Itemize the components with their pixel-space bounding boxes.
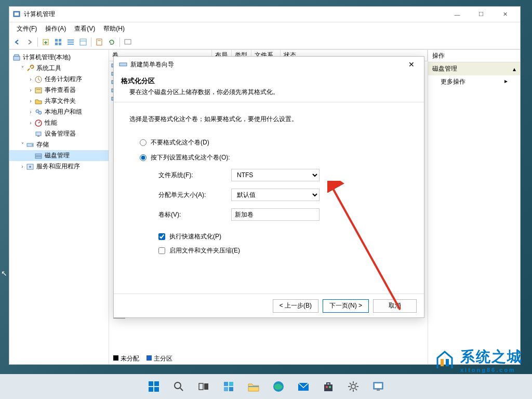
chevron-up-icon: ▴: [513, 65, 516, 73]
next-button[interactable]: 下一页(N) >: [323, 299, 369, 313]
wizard-heading: 格式化分区: [121, 76, 417, 86]
radio-format[interactable]: 按下列设置格式化这个卷(O):: [129, 150, 408, 165]
tree-storage[interactable]: ˅ 存储: [9, 139, 109, 150]
svg-rect-12: [97, 39, 102, 45]
cancel-button[interactable]: 取消: [373, 299, 417, 313]
mail-button[interactable]: [293, 376, 314, 397]
svg-rect-52: [224, 387, 228, 391]
svg-line-47: [180, 388, 183, 391]
tree-root[interactable]: 计算机管理(本地): [9, 52, 109, 63]
disk-icon: [119, 60, 127, 69]
edge-button[interactable]: [268, 376, 289, 397]
properties-button[interactable]: [94, 36, 105, 48]
tree-local-users[interactable]: › 本地用户和组: [9, 107, 109, 117]
volume-label-input[interactable]: [231, 208, 320, 221]
svg-rect-41: [446, 359, 449, 366]
wizard-intro: 选择是否要格式化这个卷；如果要格式化，要使用什么设置。: [129, 115, 408, 124]
view-detail-button[interactable]: [77, 36, 89, 48]
field-volume-label: 卷标(V):: [129, 205, 408, 224]
svg-line-68: [355, 383, 357, 384]
check-quick-format[interactable]: 执行快速格式化(P): [129, 230, 408, 244]
svg-rect-6: [59, 43, 61, 45]
tree-shared-folders[interactable]: › 共享文件夹: [9, 96, 109, 107]
svg-point-26: [32, 144, 33, 145]
svg-rect-57: [324, 384, 332, 391]
tree-performance[interactable]: › 性能: [9, 117, 109, 128]
tree-event-viewer[interactable]: › 事件查看器: [9, 85, 109, 96]
desktop-cursor: ↖: [1, 269, 7, 277]
menu-help[interactable]: 帮助(H): [99, 23, 129, 35]
compress-checkbox[interactable]: [158, 247, 165, 254]
allocation-unit-select[interactable]: 默认值: [231, 189, 320, 201]
svg-rect-50: [224, 382, 228, 386]
svg-rect-24: [37, 136, 39, 137]
wizard-titlebar: 新建简单卷向导 ✕: [114, 57, 424, 72]
field-allocation-unit: 分配单元大小(A): 默认值: [129, 185, 408, 205]
tree-services[interactable]: › 服务和应用程序: [9, 161, 109, 172]
svg-rect-7: [68, 39, 74, 41]
actions-panel: 操作 磁盘管理 ▴ 更多操作 ▸: [428, 50, 520, 364]
forward-button[interactable]: [24, 36, 35, 48]
svg-rect-3: [55, 39, 58, 42]
up-button[interactable]: [40, 36, 51, 48]
search-button[interactable]: [168, 376, 189, 397]
settings-button[interactable]: [343, 376, 364, 397]
close-button[interactable]: ✕: [493, 7, 517, 22]
svg-rect-51: [229, 382, 233, 386]
file-explorer-button[interactable]: [243, 376, 264, 397]
menu-view[interactable]: 查看(V): [70, 23, 99, 35]
tree-disk-management[interactable]: 磁盘管理: [9, 150, 109, 161]
watermark: 系统之城 xitong86.com: [433, 347, 523, 373]
svg-rect-43: [154, 381, 159, 386]
app-icon: [12, 10, 21, 19]
svg-rect-16: [15, 55, 19, 56]
radio-no-format-input[interactable]: [140, 139, 147, 146]
store-button[interactable]: [318, 376, 339, 397]
wizard-close-button[interactable]: ✕: [404, 58, 419, 71]
tree-device-manager[interactable]: 设备管理器: [9, 128, 109, 139]
menu-action[interactable]: 操作(A): [41, 23, 70, 35]
taskbar: [0, 374, 532, 399]
svg-rect-15: [14, 56, 20, 60]
svg-rect-40: [441, 359, 444, 366]
titlebar: 计算机管理 — ☐ ✕: [9, 7, 520, 22]
tree-task-scheduler[interactable]: › 任务计划程序: [9, 74, 109, 85]
quick-format-checkbox[interactable]: [158, 233, 165, 240]
widgets-button[interactable]: [218, 376, 239, 397]
wizard-header: 格式化分区 要在这个磁盘分区上储存数据，你必须先将其格式化。: [114, 72, 424, 102]
svg-rect-18: [35, 88, 42, 93]
svg-rect-45: [154, 387, 159, 392]
help-button[interactable]: [122, 36, 134, 48]
view-icons-button[interactable]: [52, 36, 64, 48]
filesystem-select[interactable]: NTFS: [231, 169, 320, 181]
minimize-button[interactable]: —: [445, 7, 469, 22]
actions-more[interactable]: 更多操作 ▸: [428, 75, 520, 88]
refresh-button[interactable]: [106, 36, 117, 48]
svg-rect-48: [199, 383, 203, 390]
menu-file[interactable]: 文件(F): [12, 23, 41, 35]
svg-point-60: [351, 384, 355, 389]
svg-rect-54: [248, 386, 259, 387]
svg-rect-14: [125, 39, 131, 44]
back-button[interactable]: [11, 36, 23, 48]
tree-panel: 计算机管理(本地) ˅ 系统工具 › 任务计划程序 › 事件查看器 › 共享文件…: [9, 50, 109, 364]
tree-system-tools[interactable]: ˅ 系统工具: [9, 63, 109, 74]
svg-rect-42: [149, 381, 153, 386]
computer-management-taskbar-icon[interactable]: [368, 376, 389, 397]
svg-rect-28: [35, 156, 42, 158]
radio-no-format[interactable]: 不要格式化这个卷(D): [129, 135, 408, 150]
task-view-button[interactable]: [193, 376, 214, 397]
actions-section-diskmgmt[interactable]: 磁盘管理 ▴: [428, 62, 520, 75]
radio-format-input[interactable]: [140, 154, 147, 161]
svg-rect-49: [204, 383, 208, 390]
maximize-button[interactable]: ☐: [469, 7, 493, 22]
back-button[interactable]: < 上一步(B): [273, 299, 318, 313]
svg-rect-27: [35, 154, 42, 156]
check-compress[interactable]: 启用文件和文件夹压缩(E): [129, 244, 408, 258]
view-list-button[interactable]: [65, 36, 76, 48]
start-button[interactable]: [143, 376, 164, 397]
svg-rect-59: [329, 386, 331, 388]
watermark-logo-icon: [433, 349, 456, 371]
svg-rect-10: [80, 39, 86, 45]
menubar: 文件(F) 操作(A) 查看(V) 帮助(H): [9, 22, 520, 35]
